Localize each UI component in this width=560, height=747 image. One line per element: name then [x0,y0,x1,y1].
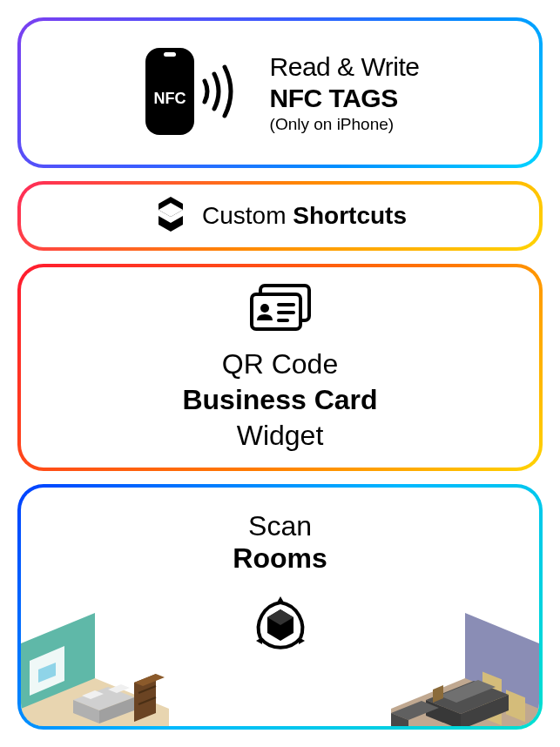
shortcuts-prefix: Custom [202,202,293,229]
nfc-line-1: Read & Write [270,52,420,82]
nfc-icon: NFC [141,48,246,138]
rooms-card[interactable]: Scan Rooms [17,484,543,730]
shortcuts-label: Custom Shortcuts [202,202,407,230]
rooms-line-1: Scan [248,510,312,542]
qr-line-3: Widget [237,420,324,452]
nfc-line-3: (Only on iPhone) [270,115,420,134]
rooms-line-2: Rooms [233,542,327,575]
room-illustration-right-icon [391,613,539,726]
room-illustration-left-icon [21,613,169,726]
business-card-icon [246,282,315,338]
svg-point-4 [260,304,269,313]
shortcuts-bold: Shortcuts [293,202,407,229]
nfc-card[interactable]: NFC Read & Write NFC TAGS (Only on iPhon… [17,17,543,168]
qr-line-2: Business Card [182,384,377,416]
nfc-line-2: NFC TAGS [270,84,420,113]
scan-3d-icon [246,590,315,663]
svg-rect-1 [164,52,176,57]
qr-card[interactable]: QR Code Business Card Widget [17,264,543,471]
shortcuts-card[interactable]: Custom Shortcuts [17,181,543,250]
shortcuts-icon [153,195,188,237]
qr-line-1: QR Code [222,348,338,380]
nfc-badge-text: NFC [153,90,186,107]
nfc-text: Read & Write NFC TAGS (Only on iPhone) [270,52,420,134]
